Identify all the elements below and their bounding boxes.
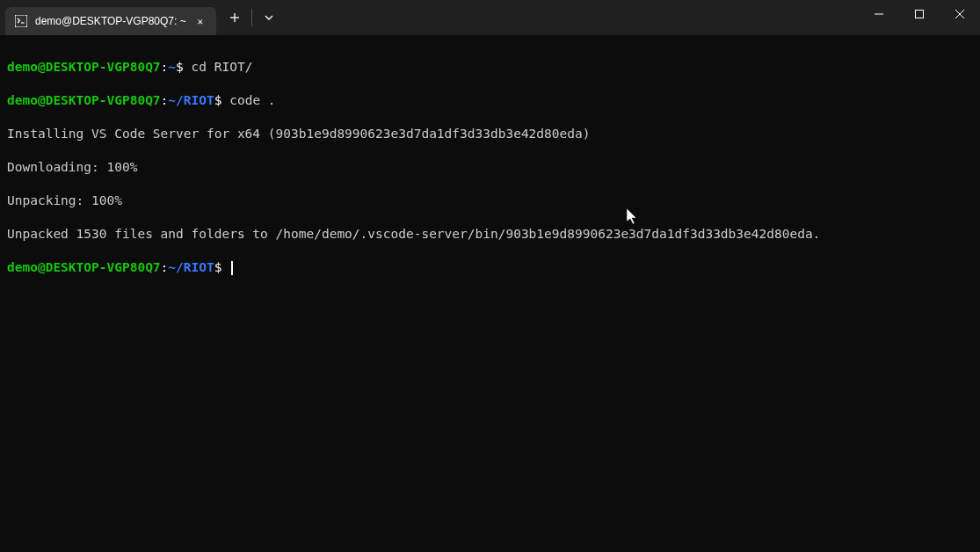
output-text: Downloading: 100% [7,160,137,174]
tab-title: demo@DESKTOP-VGP80Q7: ~ [35,15,186,27]
tab-controls [220,0,284,35]
output-text: Unpacking: 100% [7,193,122,207]
terminal-line: Downloading: 100% [7,159,973,176]
new-tab-button[interactable] [220,3,250,33]
terminal-line: Unpacking: 100% [7,192,973,209]
terminal-line: demo@DESKTOP-VGP80Q7:~/RIOT$ [7,259,973,276]
prompt-dollar: $ [176,60,191,74]
prompt-path-dir: /RIOT [176,260,214,274]
prompt-path: ~ [168,93,176,107]
window-controls [859,0,980,35]
terminal-line: demo@DESKTOP-VGP80Q7:~$ cd RIOT/ [7,59,973,76]
window-close-button[interactable] [940,0,980,28]
output-text: Installing VS Code Server for x64 (903b1… [7,127,590,141]
tab-divider [251,9,252,26]
command-text: cd RIOT/ [192,60,253,74]
terminal-output[interactable]: demo@DESKTOP-VGP80Q7:~$ cd RIOT/ demo@DE… [0,35,980,300]
terminal-line: demo@DESKTOP-VGP80Q7:~/RIOT$ code . [7,92,973,109]
tabs-area: demo@DESKTOP-VGP80Q7: ~ ✕ [0,0,284,35]
prompt-path: ~ [168,260,176,274]
titlebar: demo@DESKTOP-VGP80Q7: ~ ✕ [0,0,980,35]
prompt-path-dir: /RIOT [176,93,214,107]
terminal-cursor [231,261,233,275]
svg-rect-5 [916,11,924,18]
prompt-dollar: $ [214,93,229,107]
prompt-user: demo@DESKTOP-VGP80Q7 [7,260,161,274]
window-maximize-button[interactable] [899,0,940,28]
tab-dropdown-button[interactable] [254,3,284,33]
terminal-app-icon [14,14,28,28]
prompt-dollar: $ [214,260,229,274]
tab-close-icon[interactable]: ✕ [193,14,207,28]
prompt-user: demo@DESKTOP-VGP80Q7 [7,60,161,74]
window-minimize-button[interactable] [859,0,899,28]
output-text: Unpacked 1530 files and folders to /home… [7,227,820,241]
terminal-line: Installing VS Code Server for x64 (903b1… [7,126,973,142]
prompt-path: ~ [168,60,176,74]
prompt-user: demo@DESKTOP-VGP80Q7 [7,93,161,107]
terminal-line: Unpacked 1530 files and folders to /home… [7,226,973,243]
svg-rect-0 [15,15,27,27]
terminal-tab[interactable]: demo@DESKTOP-VGP80Q7: ~ ✕ [5,7,216,35]
command-text: code . [229,93,275,107]
